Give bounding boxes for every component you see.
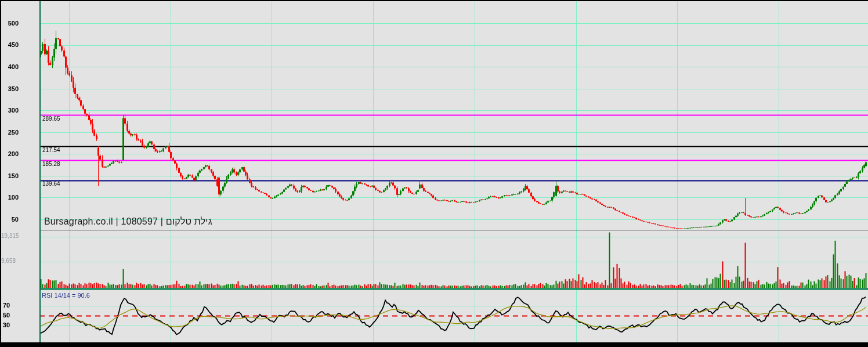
hline-value-label: 217.54 (42, 147, 60, 153)
volume-axis-label: 9,658 (1, 258, 16, 264)
price-axis-label: 500 (1, 20, 19, 27)
price-axis-label: 400 (1, 64, 19, 70)
price-axis-label: 100 (1, 194, 19, 201)
hline-value-label: 289.65 (42, 116, 60, 122)
rsi-study-label: RSI 14/14 = 90.6 (42, 292, 90, 299)
rsi-axis-label: 70 (3, 302, 10, 309)
hline-value-label: 185.28 (42, 161, 60, 167)
rsi-axis-label: 50 (3, 312, 10, 319)
volume-axis-label: 19,315 (1, 233, 19, 239)
price-axis-label: 300 (1, 107, 19, 114)
watermark-text: Bursagraph.co.il | 1080597 | גילת טלקום (44, 217, 212, 226)
price-axis-label: 350 (1, 86, 19, 92)
price-axis-label: 150 (1, 173, 19, 179)
price-axis-label: 450 (1, 42, 19, 48)
rsi-axis-label: 30 (3, 322, 10, 328)
bursagraph-chart-window: 500 450 400 350 300 250 200 150 100 50 1… (0, 0, 868, 347)
price-volume-rsi-chart[interactable] (0, 0, 868, 347)
price-axis-label: 200 (1, 151, 19, 157)
price-axis-label: 50 (1, 216, 19, 223)
price-axis-label: 250 (1, 129, 19, 136)
hline-value-label: 139.64 (42, 181, 60, 187)
